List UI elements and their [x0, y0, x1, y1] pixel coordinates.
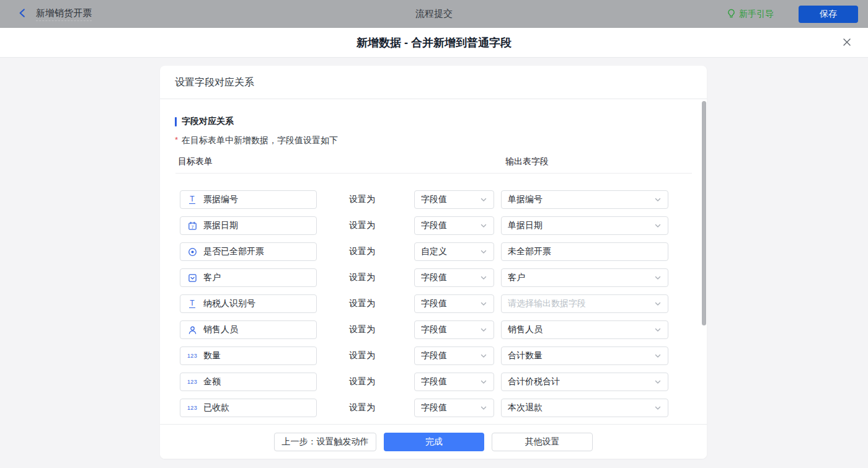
- required-mark: *: [175, 135, 178, 144]
- previous-step-button[interactable]: 上一步：设置触发动作: [274, 433, 376, 451]
- target-field-label: 票据编号: [203, 194, 238, 205]
- mapping-row: 客户 设置为 字段值 客户: [180, 268, 707, 287]
- output-field-select[interactable]: 合计价税合计: [501, 373, 668, 391]
- value-mode-select[interactable]: 字段值: [414, 216, 494, 235]
- card-body: 字段对应关系 *在目标表单中新增数据，字段值设置如下 目标表单 输出表字段 T …: [160, 99, 707, 424]
- value-mode-label: 字段值: [421, 220, 447, 231]
- value-mode-label: 字段值: [421, 298, 447, 309]
- output-field-label: 单据日期: [508, 220, 542, 231]
- chevron-down-icon: [654, 196, 662, 203]
- set-as-label: 设置为: [349, 350, 414, 361]
- flow-name-title[interactable]: 新增销货开票: [36, 7, 92, 22]
- section-note: *在目标表单中新增数据，字段值设置如下: [175, 135, 707, 146]
- chevron-down-icon: [654, 378, 662, 386]
- column-header-target-form: 目标表单: [178, 156, 213, 167]
- back-button[interactable]: [17, 8, 27, 20]
- set-as-label: 设置为: [349, 272, 414, 283]
- output-field-select[interactable]: 客户: [501, 268, 668, 287]
- set-as-label: 设置为: [349, 246, 414, 257]
- chevron-down-icon: [654, 404, 662, 412]
- output-field-label: 合计数量: [508, 350, 542, 361]
- chevron-down-icon: [480, 378, 487, 386]
- done-button[interactable]: 完成: [384, 433, 484, 451]
- output-field-select[interactable]: 本次退款: [501, 399, 668, 417]
- other-settings-button[interactable]: 其他设置: [492, 433, 593, 451]
- output-field-label: 单据编号: [508, 194, 542, 205]
- mapping-row: T 纳税人识别号 设置为 字段值 请选择输出数据字段: [180, 294, 707, 313]
- user-field-icon: [187, 325, 198, 335]
- modal-title: 新增数据 - 合并新增到普通字段: [356, 35, 512, 50]
- chevron-down-icon: [480, 248, 487, 255]
- output-field-label: 请选择输出数据字段: [508, 298, 586, 309]
- value-mode-select[interactable]: 字段值: [414, 294, 494, 313]
- value-mode-label: 字段值: [421, 376, 447, 387]
- mapping-row: 123 数量 设置为 字段值 合计数量: [180, 347, 707, 365]
- value-mode-select[interactable]: 字段值: [414, 320, 494, 339]
- radio-field-icon: [187, 247, 198, 257]
- number-field-icon: 123: [187, 353, 198, 359]
- number-field-icon: 123: [187, 405, 198, 411]
- date-field-icon: 7: [187, 221, 198, 231]
- value-mode-label: 字段值: [421, 350, 447, 361]
- target-field-chip: T 纳税人识别号: [180, 294, 317, 313]
- output-value-input[interactable]: 未全部开票: [501, 242, 668, 261]
- close-icon: [842, 37, 852, 49]
- output-field-select[interactable]: 合计数量: [501, 347, 668, 365]
- target-field-chip: 123 金额: [180, 373, 317, 391]
- beginner-guide-label: 新手引导: [739, 9, 774, 20]
- target-field-chip: 是否已全部开票: [180, 242, 317, 261]
- chevron-down-icon: [654, 326, 662, 333]
- output-field-select[interactable]: 销售人员: [501, 320, 668, 339]
- set-as-label: 设置为: [349, 402, 414, 413]
- set-as-label: 设置为: [349, 324, 414, 335]
- output-field-select[interactable]: 单据日期: [501, 216, 668, 235]
- target-field-label: 数量: [203, 350, 221, 361]
- output-field-select[interactable]: 单据编号: [501, 190, 668, 209]
- value-mode-label: 字段值: [421, 272, 447, 283]
- value-mode-label: 字段值: [421, 194, 447, 205]
- modal-close-button[interactable]: [841, 37, 853, 49]
- card-footer: 上一步：设置触发动作 完成 其他设置: [160, 424, 707, 459]
- save-button[interactable]: 保存: [799, 6, 858, 23]
- target-field-label: 纳税人识别号: [203, 298, 255, 309]
- mapping-row: T 票据编号 设置为 字段值 单据编号: [180, 190, 707, 209]
- chevron-down-icon: [654, 352, 662, 360]
- set-as-label: 设置为: [349, 220, 414, 231]
- target-field-chip: T 票据编号: [180, 190, 317, 209]
- value-mode-label: 自定义: [421, 246, 447, 257]
- chevron-down-icon: [654, 274, 662, 281]
- card-header-title: 设置字段对应关系: [160, 66, 707, 99]
- value-mode-select[interactable]: 字段值: [414, 347, 494, 365]
- output-field-select[interactable]: 请选择输出数据字段: [501, 294, 668, 313]
- beginner-guide-button[interactable]: 新手引导: [727, 9, 774, 20]
- output-field-label: 未全部开票: [508, 246, 551, 257]
- output-field-label: 客户: [508, 272, 525, 283]
- target-field-label: 票据日期: [203, 220, 238, 231]
- set-as-label: 设置为: [349, 298, 414, 309]
- chevron-down-icon: [480, 222, 487, 229]
- lightbulb-icon: [727, 9, 736, 20]
- value-mode-select[interactable]: 字段值: [414, 190, 494, 209]
- target-field-label: 销售人员: [203, 324, 238, 335]
- mapping-rows: T 票据编号 设置为 字段值 单据编号 7 票据日期 设置为 字段值: [180, 190, 707, 424]
- value-mode-select[interactable]: 字段值: [414, 373, 494, 391]
- scrollbar-thumb[interactable]: [702, 101, 706, 325]
- mapping-row: 是否已全部开票 设置为 自定义 未全部开票: [180, 242, 707, 261]
- mapping-row: 销售人员 设置为 字段值 销售人员: [180, 320, 707, 339]
- topbar: 新增销货开票 流程提交 新手引导 保存: [0, 0, 868, 28]
- chevron-down-icon: [654, 300, 662, 307]
- modal-body: 设置字段对应关系 字段对应关系 *在目标表单中新增数据，字段值设置如下 目标表单…: [0, 58, 868, 468]
- mapping-row: 123 金额 设置为 字段值 合计价税合计: [180, 373, 707, 391]
- value-mode-select[interactable]: 字段值: [414, 399, 494, 417]
- chevron-left-icon: [17, 8, 27, 20]
- chevron-down-icon: [480, 352, 487, 360]
- value-mode-select[interactable]: 自定义: [414, 242, 494, 261]
- target-field-label: 客户: [203, 272, 221, 283]
- chevron-down-icon: [480, 326, 487, 333]
- section-accent-bar: [175, 117, 177, 126]
- target-field-chip: 123 数量: [180, 347, 317, 365]
- chevron-down-icon: [654, 222, 662, 229]
- chevron-down-icon: [480, 404, 487, 412]
- value-mode-label: 字段值: [421, 402, 447, 413]
- value-mode-select[interactable]: 字段值: [414, 268, 494, 287]
